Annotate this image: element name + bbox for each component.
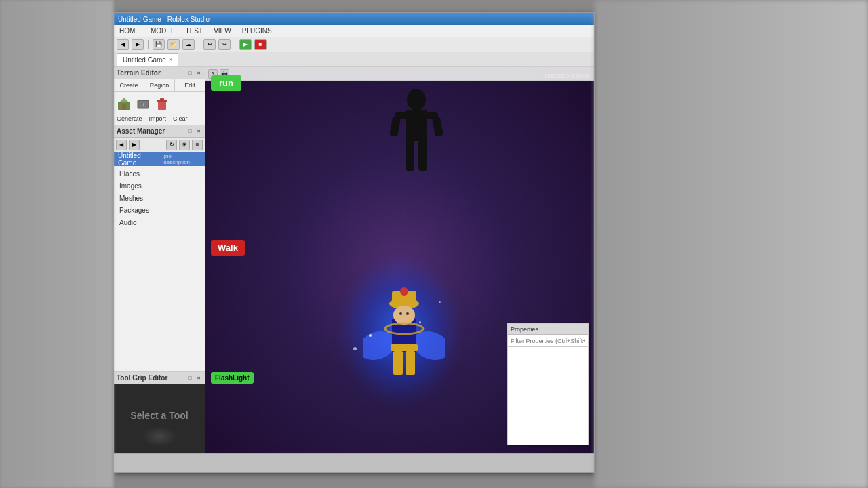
asset-close-btn[interactable]: × (195, 128, 202, 135)
title-bar: Untitled Game - Roblox Studio (114, 13, 594, 25)
tab-game-label: Untitled Game (123, 56, 166, 64)
terrain-header-controls: □ × (186, 70, 202, 77)
terrain-tab-edit[interactable]: Edit (175, 79, 205, 92)
asset-item-packages[interactable]: Packages (114, 204, 205, 216)
properties-filter-row[interactable] (508, 335, 588, 347)
toolbar-sep-1 (148, 40, 149, 49)
left-panel: Terrain Editor □ × Create Region Edit (114, 67, 205, 472)
svg-point-18 (400, 287, 408, 296)
sparkle-3 (353, 347, 357, 350)
svg-text:↓: ↓ (142, 102, 144, 108)
character-silhouette (389, 87, 443, 184)
tool-grip-title: Tool Grip Editor (117, 374, 167, 382)
menu-model[interactable]: MODEL (148, 26, 178, 35)
game-viewport[interactable]: ↖ 📷 DIEDIEDIE2009 run Walk FlashLight (205, 67, 594, 472)
asset-game-desc: (no description) (163, 153, 201, 165)
terrain-generate-label: Generate (117, 115, 142, 122)
terrain-generate-icon[interactable] (117, 96, 132, 111)
asset-back-btn[interactable]: ◀ (116, 140, 127, 150)
main-content-area: Terrain Editor □ × Create Region Edit (114, 67, 594, 472)
terrain-import-icon[interactable]: ↓ (136, 96, 151, 111)
asset-item-meshes[interactable]: Meshes (114, 192, 205, 204)
terrain-clear-label: Clear (173, 115, 188, 122)
asset-item-places[interactable]: Places (114, 167, 205, 180)
asset-item-audio[interactable]: Audio (114, 216, 205, 228)
toolbar-sep-3 (235, 40, 235, 49)
toolbar-open-btn[interactable]: 📂 (167, 39, 180, 50)
svg-rect-13 (432, 117, 443, 137)
terrain-editor-header: Terrain Editor □ × (114, 67, 205, 79)
terrain-import-label: Import (149, 115, 167, 122)
asset-game-row: Untitled Game (no description) (114, 152, 205, 166)
tool-grip-close-btn[interactable]: × (195, 375, 202, 382)
toolbar-publish-btn[interactable]: ☁ (182, 39, 195, 50)
tab-close-btn[interactable]: × (169, 56, 172, 63)
properties-title: Properties (511, 326, 538, 333)
toolbar-sep-2 (199, 40, 199, 49)
menu-plugins[interactable]: PLUGINS (239, 26, 275, 35)
terrain-tools-row: ↓ (114, 92, 205, 115)
asset-tree: Places Images Meshes Packages Audio (114, 166, 205, 230)
blur-right-overlay (595, 0, 868, 488)
terrain-tab-create[interactable]: Create (114, 79, 144, 92)
viewport-watermark: DIEDIEDIE2009 (545, 73, 589, 79)
toolbar-play-btn[interactable]: ▶ (239, 39, 252, 50)
asset-grid-btn[interactable]: ⊞ (179, 140, 190, 150)
svg-rect-23 (393, 351, 403, 375)
svg-rect-7 (160, 98, 164, 101)
toolbar-redo-btn[interactable]: ↪ (218, 39, 231, 50)
svg-point-8 (407, 89, 426, 110)
menu-view[interactable]: VIEW (211, 26, 234, 35)
tab-bar: Untitled Game × (114, 52, 594, 67)
sparkle-1 (369, 334, 372, 337)
asset-manager-header: Asset Manager □ × (114, 125, 205, 138)
properties-header: Properties (508, 324, 588, 335)
svg-rect-5 (158, 102, 166, 110)
asset-forward-btn[interactable]: ▶ (129, 140, 140, 150)
terrain-close-btn[interactable]: × (195, 70, 202, 77)
terrain-tabs: Create Region Edit (114, 79, 205, 92)
properties-panel: Properties (507, 323, 589, 445)
asset-item-images[interactable]: Images (114, 180, 205, 192)
asset-list-btn[interactable]: ≡ (192, 140, 203, 150)
run-button[interactable]: run (211, 75, 241, 91)
tool-grip-pin-btn[interactable]: □ (186, 375, 193, 382)
asset-pin-btn[interactable]: □ (186, 128, 193, 135)
svg-rect-24 (406, 351, 415, 375)
svg-rect-22 (391, 344, 418, 351)
svg-marker-1 (120, 98, 128, 102)
menu-test[interactable]: TEST (183, 26, 206, 35)
toolbar-forward-btn[interactable]: ▶ (132, 39, 144, 50)
terrain-pin-btn[interactable]: □ (186, 70, 193, 77)
walk-button[interactable]: Walk (211, 240, 245, 256)
player-character (363, 285, 445, 394)
terrain-editor-title: Terrain Editor (117, 69, 161, 77)
viewport-background: ↖ 📷 DIEDIEDIE2009 run Walk FlashLight (205, 67, 594, 472)
terrain-editor-panel: Terrain Editor □ × Create Region Edit (114, 67, 205, 125)
toolbar-undo-btn[interactable]: ↩ (203, 39, 216, 50)
tool-grip-header-controls: □ × (186, 375, 202, 382)
main-toolbar: ◀ ▶ 💾 📂 ☁ ↩ ↪ ▶ ■ (114, 37, 594, 52)
toolbar-save-btn[interactable]: 💾 (153, 39, 165, 50)
asset-manager-title: Asset Manager (117, 127, 165, 135)
properties-filter-input[interactable] (508, 335, 588, 346)
terrain-tab-region[interactable]: Region (144, 79, 175, 92)
terrain-tool-labels: Generate Import Clear (114, 115, 205, 125)
asset-game-name: Untitled Game (118, 152, 161, 167)
svg-point-26 (399, 312, 402, 315)
window-title: Untitled Game - Roblox Studio (118, 16, 210, 23)
svg-rect-15 (418, 140, 427, 171)
asset-refresh-btn[interactable]: ↻ (166, 140, 177, 150)
svg-rect-11 (389, 117, 401, 137)
tool-grip-header: Tool Grip Editor □ × (114, 372, 205, 384)
svg-point-25 (393, 306, 415, 325)
terrain-clear-icon[interactable] (155, 96, 170, 111)
studio-window: Untitled Game - Roblox Studio HOME MODEL… (113, 12, 595, 473)
menu-home[interactable]: HOME (117, 26, 142, 35)
asset-manager-panel: Asset Manager □ × ◀ ▶ ↻ ⊞ ≡ (114, 125, 205, 372)
asset-toolbar: ◀ ▶ ↻ ⊞ ≡ (114, 138, 205, 152)
toolbar-back-btn[interactable]: ◀ (117, 39, 129, 50)
toolbar-stop-btn[interactable]: ■ (254, 39, 267, 50)
flash-light-button[interactable]: FlashLight (211, 372, 254, 384)
tab-untitled-game[interactable]: Untitled Game × (117, 53, 178, 66)
